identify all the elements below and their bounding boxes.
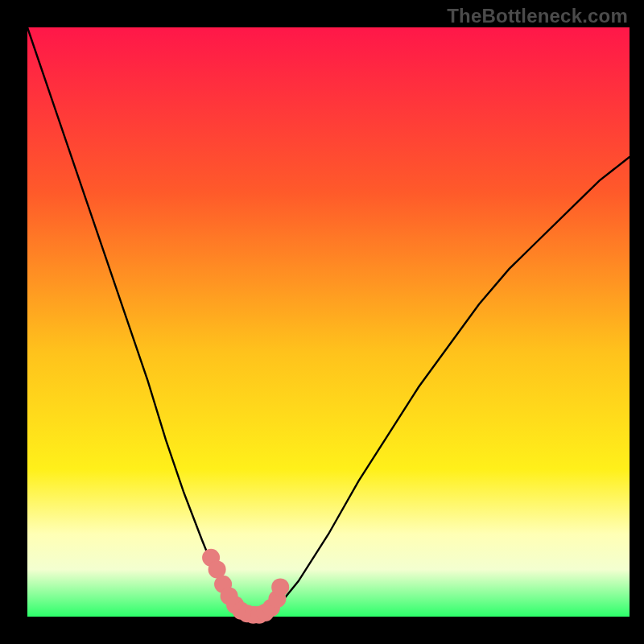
chart-frame: { "watermark": "TheBottleneck.com", "col…: [0, 0, 644, 644]
watermark-text: TheBottleneck.com: [447, 5, 628, 27]
chart-svg: [0, 0, 644, 644]
highlight-dot: [271, 578, 289, 596]
plot-area: [27, 27, 630, 617]
